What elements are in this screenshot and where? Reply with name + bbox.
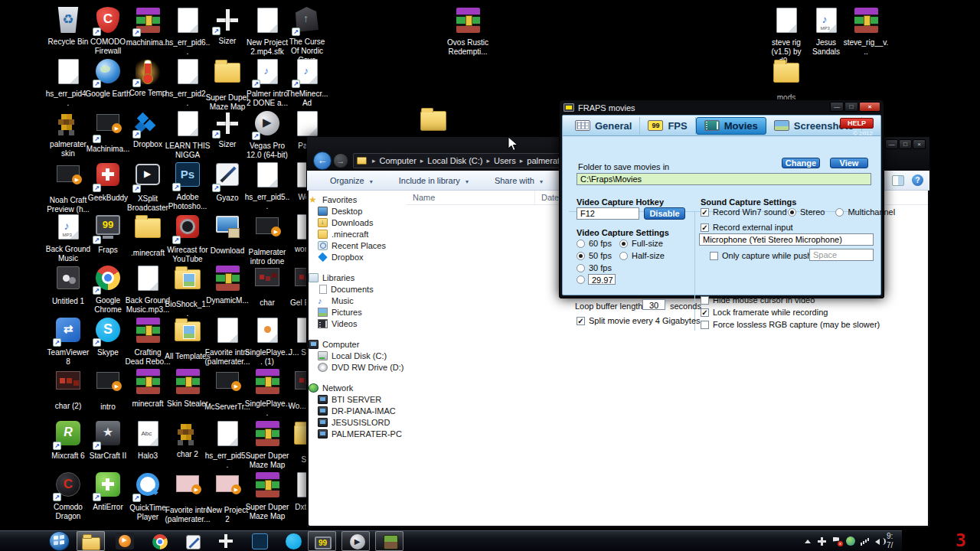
desktop-icon[interactable]: Download xyxy=(204,213,250,256)
desktop-icon[interactable]: The Curse Of Nordic Cove xyxy=(284,6,330,65)
desktop-icon[interactable]: TeamViewer 8 xyxy=(45,316,91,367)
desktop-icon[interactable]: Dropbox xyxy=(125,109,171,149)
radio-option[interactable]: Half-size xyxy=(619,251,665,260)
tree-item[interactable]: Pictures xyxy=(309,306,407,318)
breadcrumb-item[interactable]: ▸ Local Disk (C:) xyxy=(416,156,483,165)
radio-option[interactable]: 50 fps xyxy=(577,251,612,260)
push-key-input[interactable]: Space xyxy=(809,249,874,261)
desktop-icon[interactable]: hs_err_pid4... xyxy=(45,57,91,108)
desktop-icon[interactable]: Sizer xyxy=(204,6,250,46)
desktop-icon[interactable]: Core Temp xyxy=(125,57,171,98)
tree-item[interactable]: Videos xyxy=(309,318,407,329)
desktop-icon[interactable]: .minecraft xyxy=(125,213,171,258)
desktop-icon[interactable]: palmerater skin xyxy=(45,109,91,158)
desktop-icon[interactable]: COMODO Firewall xyxy=(85,6,131,56)
desktop-icon[interactable]: Gyazo xyxy=(204,161,250,203)
tree-item[interactable]: DVD RW Drive (D:) B xyxy=(309,361,407,373)
split-movie-checkbox[interactable]: ✓ Split movie every 4 Gigabytes xyxy=(577,316,701,325)
tray-icon[interactable] xyxy=(875,536,885,546)
tray-icon[interactable] xyxy=(802,536,812,546)
desktop-icon[interactable]: hs_err_pid2... xyxy=(165,57,211,108)
desktop-icon[interactable]: Noah Craft Preview (h... xyxy=(45,161,91,214)
desktop-icon[interactable]: Super Duper Maze Map xyxy=(244,419,290,470)
desktop-icon[interactable]: Crafting Dead Rebo... xyxy=(125,316,171,367)
desktop-icon[interactable]: Wirecast for YouTube xyxy=(165,213,211,264)
desktop-icon[interactable]: hs_err_pid5... xyxy=(244,161,290,211)
desktop-icon[interactable]: mods xyxy=(763,57,809,103)
taskbar-app-button[interactable] xyxy=(211,531,240,551)
desktop-icon[interactable]: Skype xyxy=(85,316,131,357)
custom-fps-input[interactable]: 29.97 xyxy=(588,274,616,285)
toolbar-item[interactable]: Organize ▾ xyxy=(330,176,373,185)
tree-item[interactable]: Music xyxy=(309,295,407,306)
checkbox-icon[interactable]: ✓ xyxy=(701,208,709,217)
fraps-titlebar[interactable]: FRAPS movies — □ × xyxy=(560,100,884,115)
desktop-icon[interactable]: intro xyxy=(85,367,131,412)
fraps-tab[interactable]: Movies xyxy=(696,117,766,135)
desktop-icon[interactable]: Untitled 1 xyxy=(45,264,91,306)
radio-option[interactable]: 60 fps xyxy=(577,239,612,248)
radio-option[interactable]: Stereo xyxy=(788,207,825,217)
tray-icon[interactable] xyxy=(846,536,856,546)
toolbar-item[interactable]: Include in library ▾ xyxy=(399,176,469,185)
desktop-icon[interactable]: machinima... xyxy=(125,6,171,47)
tree-item[interactable]: PALMERATER-PC xyxy=(309,428,407,439)
radio-icon[interactable] xyxy=(577,240,585,248)
help-icon[interactable]: ? xyxy=(912,174,923,186)
taskbar-window-button[interactable]: ▶ xyxy=(341,531,370,551)
desktop-icon[interactable]: TheMinecr... Ad xyxy=(284,57,330,108)
breadcrumb-item[interactable]: ▸ Computer xyxy=(368,156,416,165)
desktop-icon[interactable]: Back Ground Music xyxy=(45,213,91,263)
taskbar-window-button[interactable]: 99 xyxy=(308,531,336,551)
desktop-icon[interactable]: DynamicM... xyxy=(204,264,250,305)
taskbar-app-button[interactable] xyxy=(110,531,139,551)
fraps-tab[interactable]: FPS xyxy=(640,117,695,135)
record-win7-checkbox[interactable]: ✓ Record Win7 sound xyxy=(701,207,787,217)
movies-folder-input[interactable]: C:\Fraps\Movies xyxy=(577,173,871,185)
desktop-icon[interactable]: All Templates xyxy=(165,316,211,361)
checkbox-icon[interactable] xyxy=(701,296,709,305)
tree-item[interactable]: JESUSISLORD xyxy=(309,416,407,428)
preview-pane-icon[interactable] xyxy=(892,175,904,186)
hotkey-input[interactable]: F12 xyxy=(577,207,639,220)
loop-buffer-input[interactable]: 30 xyxy=(642,299,665,310)
checkbox-icon[interactable]: ✓ xyxy=(701,223,709,232)
close-button[interactable]: × xyxy=(859,102,880,112)
record-external-checkbox[interactable]: ✓ Record external input xyxy=(701,223,793,232)
taskbar-app-button[interactable] xyxy=(144,531,172,551)
tree-item[interactable]: Desktop xyxy=(309,205,407,217)
change-button[interactable]: Change xyxy=(782,158,820,168)
taskbar-app-button[interactable] xyxy=(279,531,307,551)
minimize-button[interactable]: — xyxy=(830,102,844,112)
checkbox-option[interactable]: Hide mouse cursor in video xyxy=(701,295,880,305)
minimize-button[interactable]: — xyxy=(885,139,898,149)
desktop-icon[interactable]: Favorite intro (palmerater... xyxy=(165,471,211,524)
taskbar-clock[interactable]: 9: 7/ xyxy=(887,532,893,550)
desktop-icon[interactable]: Comodo Dragon xyxy=(45,471,91,521)
radio-icon[interactable] xyxy=(835,208,844,217)
tree-item[interactable]: Documents xyxy=(309,283,407,295)
close-button[interactable]: × xyxy=(913,139,926,149)
tree-item[interactable]: Favorites xyxy=(309,194,407,205)
maximize-button[interactable]: □ xyxy=(844,102,858,112)
radio-icon[interactable] xyxy=(577,252,585,260)
desktop-icon[interactable]: Super Duper Maze Map xyxy=(244,471,290,521)
radio-option[interactable]: Multichannel xyxy=(835,207,895,217)
desktop-icon[interactable]: Machinima... xyxy=(85,109,131,154)
tree-item[interactable]: Computer xyxy=(309,338,407,350)
maximize-button[interactable]: □ xyxy=(899,139,912,149)
desktop-icon[interactable]: char 2 xyxy=(165,419,211,459)
radio-icon[interactable] xyxy=(788,208,796,217)
desktop-icon[interactable]: Jesus Sandals xyxy=(803,6,849,57)
tree-item[interactable]: .minecraft xyxy=(309,228,407,240)
desktop-icon[interactable]: Fraps xyxy=(85,213,131,255)
desktop-icon[interactable]: hs_err_pid5... xyxy=(204,419,250,470)
desktop-icon[interactable]: Recycle Bin xyxy=(45,6,91,47)
desktop-icon[interactable]: SinglePlaye... (1) xyxy=(244,316,290,367)
tree-item[interactable]: DR-PIANA-IMAC xyxy=(309,405,407,416)
fraps-tab[interactable]: General xyxy=(567,117,640,135)
desktop-icon[interactable]: XSplit Broadcaster xyxy=(125,161,171,213)
forward-button[interactable]: → xyxy=(333,153,348,168)
checkbox-icon[interactable]: ✓ xyxy=(577,317,585,325)
breadcrumb-item[interactable]: ▸ Users xyxy=(482,156,515,165)
